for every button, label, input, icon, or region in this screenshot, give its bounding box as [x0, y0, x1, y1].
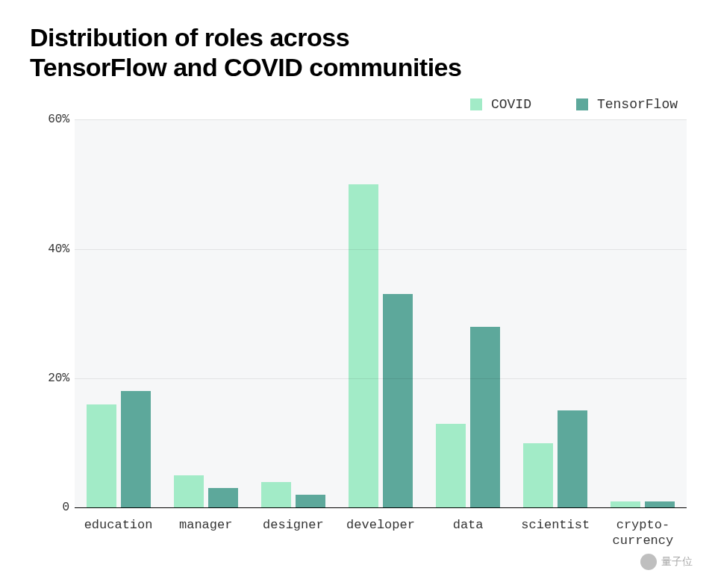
x-tick-label: scientist	[521, 518, 590, 533]
bar-tensorflow	[645, 501, 675, 508]
title-line-2: TensorFlow and COVID communities	[30, 53, 461, 81]
legend: COVID TensorFlow	[30, 97, 685, 112]
bar-tensorflow	[208, 488, 238, 507]
bar-covid	[261, 482, 291, 508]
bars-layer: educationmanagerdesignerdeveloperdatasci…	[75, 119, 687, 507]
x-tick-label: data	[453, 518, 484, 533]
bar-group: crypto- currency	[599, 501, 687, 508]
x-tick-label: crypto- currency	[613, 518, 674, 548]
x-tick-label: manager	[179, 518, 232, 533]
bar-group: data	[425, 327, 512, 508]
y-tick-label: 0	[34, 501, 69, 514]
chart-title: Distribution of roles across TensorFlow …	[30, 22, 685, 82]
legend-swatch-tensorflow	[576, 98, 588, 110]
watermark-label: 量子位	[661, 555, 693, 569]
bar-group: manager	[162, 475, 249, 507]
bar-group: designer	[249, 482, 337, 508]
bar-group: developer	[337, 184, 424, 507]
plot-area: educationmanagerdesignerdeveloperdatasci…	[75, 119, 687, 507]
bar-covid	[436, 424, 466, 508]
legend-item-covid: COVID	[470, 97, 531, 112]
y-tick-label: 40%	[34, 243, 69, 256]
y-tick-label: 20%	[34, 372, 69, 385]
bar-tensorflow	[383, 294, 413, 507]
bar-covid	[611, 501, 640, 508]
bar-covid	[349, 184, 378, 507]
bar-group: education	[75, 391, 162, 507]
legend-label-covid: COVID	[491, 97, 531, 112]
gridline	[75, 119, 687, 120]
y-tick-label: 60%	[34, 113, 69, 126]
x-tick-label: education	[84, 518, 153, 533]
bar-tensorflow	[121, 391, 151, 507]
legend-item-tensorflow: TensorFlow	[576, 97, 678, 112]
bar-covid	[87, 404, 116, 508]
axis-zero-line	[75, 507, 687, 508]
bar-group: scientist	[512, 410, 599, 507]
chart-container: Distribution of roles across TensorFlow …	[0, 0, 715, 537]
bar-tensorflow	[558, 410, 587, 507]
gridline	[75, 249, 687, 250]
x-tick-label: developer	[346, 518, 415, 533]
watermark: 量子位	[640, 554, 693, 570]
bar-tensorflow	[470, 327, 500, 508]
watermark-icon	[640, 554, 657, 570]
bar-covid	[523, 443, 553, 508]
title-line-1: Distribution of roles across	[30, 23, 349, 51]
legend-label-tensorflow: TensorFlow	[597, 97, 678, 112]
legend-swatch-covid	[470, 98, 482, 110]
bar-covid	[174, 475, 204, 507]
gridline	[75, 378, 687, 379]
x-tick-label: designer	[263, 518, 324, 533]
bar-tensorflow	[296, 495, 325, 507]
